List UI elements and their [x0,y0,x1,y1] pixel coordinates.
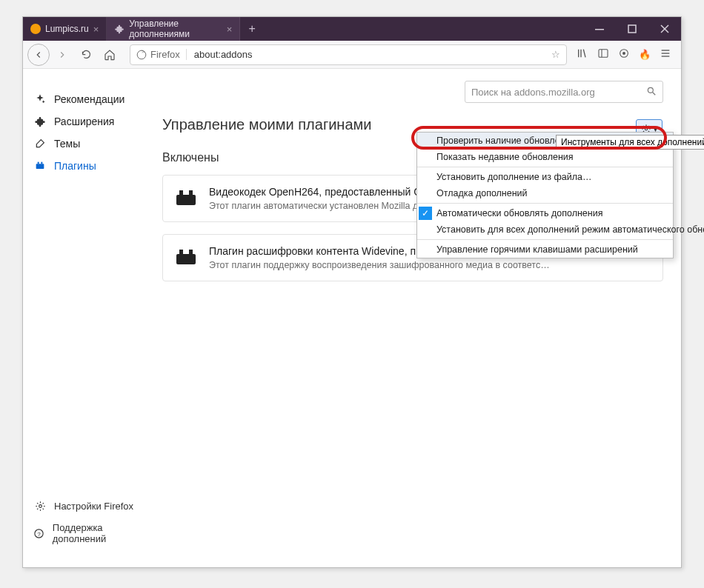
menu-separator [417,203,673,204]
menu-auto-update[interactable]: ✓ Автоматически обновлять дополнения [417,205,673,221]
sidebar-item-support[interactable]: ? Поддержка дополнений [23,517,156,549]
svg-rect-13 [38,162,39,164]
tab-addons[interactable]: Управление дополнениями × [107,17,240,41]
tab-label: Управление дополнениями [129,19,222,39]
svg-rect-0 [595,29,604,30]
plugin-desc: Этот плагин автоматически установлен Moz… [209,201,428,211]
sidebar-item-label: Поддержка дополнений [53,522,146,544]
svg-rect-24 [176,254,196,264]
menu-debug-addons[interactable]: Отладка дополнений [417,185,673,201]
gear-icon [33,501,47,512]
reload-button[interactable] [75,44,97,66]
puzzle-icon [33,116,47,127]
addons-tools-dropdown: Проверить наличие обновлений Показать не… [416,132,674,258]
sidebar-item-label: Темы [54,138,80,150]
url-bar[interactable]: Firefox about:addons ☆ [130,44,567,65]
close-button[interactable] [648,17,681,41]
identity-box[interactable]: Firefox [136,49,187,60]
forward-button[interactable] [51,44,73,66]
svg-point-15 [39,505,41,508]
menu-button[interactable] [659,47,672,61]
sidebar-item-label: Расширения [54,116,114,127]
plugin-desc: Этот плагин поддержку воспроизведения за… [209,260,550,270]
plugin-icon [175,189,197,207]
sidebar-item-recommendations[interactable]: Рекомендации [23,88,156,110]
svg-rect-21 [176,195,196,205]
svg-text:?: ? [38,530,41,537]
search-placeholder: Поиск на addons.mozilla.org [471,87,595,98]
toolbar-right: 🔥 [576,47,677,61]
minimize-button[interactable] [583,17,616,41]
search-icon [646,86,657,98]
svg-line-19 [653,92,656,95]
check-icon: ✓ [419,207,432,220]
menu-recent-updates[interactable]: Показать недавние обновления [417,149,673,165]
addons-sidebar: Рекомендации Расширения Темы Плагины Нас… [23,69,156,567]
svg-rect-23 [189,190,193,195]
sidebar-item-label: Плагины [54,160,96,172]
library-icon[interactable] [576,47,589,61]
identity-label: Firefox [150,49,180,60]
svg-point-8 [622,52,625,55]
url-text: about:addons [194,49,253,60]
extension-icon[interactable]: 🔥 [638,49,651,60]
svg-rect-25 [179,250,183,254]
tooltip: Инструменты для всех дополнений [556,135,704,150]
pocket-icon[interactable] [617,47,631,61]
sidebar-item-themes[interactable]: Темы [23,133,156,155]
new-tab-button[interactable]: + [240,17,264,41]
sidebar-footer: Настройки Firefox ? Поддержка дополнений [23,495,156,560]
sparkles-icon [33,93,47,105]
menu-manage-shortcuts[interactable]: Управление горячими клавишами расширений [417,241,673,258]
puzzle-icon [114,24,124,34]
window-controls [583,17,681,41]
sidebar-item-plugins[interactable]: Плагины [23,155,156,177]
sidebar-item-label: Настройки Firefox [54,501,133,512]
svg-rect-12 [36,164,44,169]
svg-rect-14 [41,162,42,164]
home-button[interactable] [99,44,121,66]
maximize-button[interactable] [616,17,648,41]
svg-rect-1 [628,25,636,33]
menu-reset-auto-update[interactable]: Установить для всех дополнений режим авт… [417,221,673,238]
close-icon[interactable]: × [93,24,99,35]
titlebar: Lumpics.ru × Управление дополнениями × + [23,17,681,41]
svg-point-20 [645,127,648,130]
back-button[interactable] [27,44,50,66]
plugin-info: Видеокодек OpenH264, предоставленный C Э… [209,186,428,211]
svg-rect-22 [179,190,183,195]
sidebar-item-extensions[interactable]: Расширения [23,110,156,133]
sidebar-item-label: Рекомендации [54,93,124,105]
menu-separator [417,239,673,240]
close-icon[interactable]: × [227,24,233,35]
help-icon: ? [33,528,45,539]
tab-lumpics[interactable]: Lumpics.ru × [23,17,107,41]
sidebar-icon[interactable] [597,47,610,61]
sidebar-item-firefox-settings[interactable]: Настройки Firefox [23,495,156,517]
plugin-icon [33,160,47,172]
menu-separator [417,167,673,167]
brush-icon [33,138,47,150]
svg-rect-5 [599,50,608,58]
navigation-toolbar: Firefox about:addons ☆ 🔥 [23,41,681,69]
favicon-lumpics [30,24,41,34]
tab-label: Lumpics.ru [45,24,89,34]
menu-install-from-file[interactable]: Установить дополнение из файла… [417,169,673,185]
svg-point-18 [648,87,653,93]
page-title: Управление моими плагинами [162,116,663,133]
plugin-name: Видеокодек OpenH264, предоставленный C [209,186,428,198]
bookmark-star-icon[interactable]: ☆ [551,49,560,60]
plugin-icon [175,248,197,266]
addons-search[interactable]: Поиск на addons.mozilla.org [465,81,663,103]
svg-rect-26 [189,250,193,254]
firefox-icon [136,50,147,60]
browser-window: Lumpics.ru × Управление дополнениями × + [22,16,682,568]
